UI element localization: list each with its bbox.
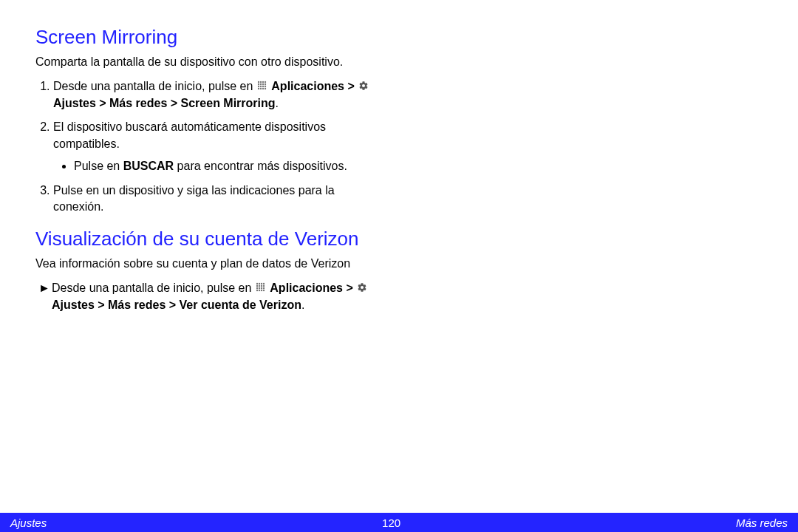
section1-steps: Desde una pantalla de inicio, pulse en A… <box>35 78 384 215</box>
footer-left: Ajustes <box>10 516 47 529</box>
content-column: Screen Mirroring Comparta la pantalla de… <box>0 0 414 351</box>
svg-point-21 <box>259 285 260 287</box>
step2-text: El dispositivo buscará automáticamente d… <box>53 120 326 149</box>
svg-point-27 <box>263 287 265 289</box>
svg-point-1 <box>260 81 262 82</box>
section1-intro: Comparta la pantalla de su dispositivo c… <box>35 54 384 70</box>
step2-bullet-pre: Pulse en <box>74 160 123 172</box>
step1-pre: Desde una pantalla de inicio, pulse en <box>53 80 256 92</box>
svg-point-10 <box>262 85 264 86</box>
step-3: Pulse en un dispositivo y siga las indic… <box>53 183 384 216</box>
section2-apps-label: Aplicaciones <box>270 282 343 294</box>
svg-point-24 <box>256 287 258 289</box>
step1-period: . <box>276 97 279 109</box>
section2-pre: Desde una pantalla de inicio, pulse en <box>52 282 255 294</box>
svg-point-12 <box>258 87 259 89</box>
footer-right: Más redes <box>736 516 788 529</box>
section2-intro: Vea información sobre su cuenta y plan d… <box>35 256 384 272</box>
svg-point-9 <box>260 85 262 86</box>
step2-bullet: Pulse en BUSCAR para encontrar más dispo… <box>74 158 384 174</box>
svg-point-25 <box>259 287 260 289</box>
svg-point-31 <box>263 290 265 291</box>
gear-icon <box>358 79 369 95</box>
page: Screen Mirroring Comparta la pantalla de… <box>0 0 798 532</box>
section-title-verizon: Visualización de su cuenta de Verizon <box>35 227 384 251</box>
svg-point-14 <box>262 87 264 89</box>
svg-point-28 <box>256 290 258 291</box>
svg-point-6 <box>262 83 264 84</box>
step2-sublist: Pulse en BUSCAR para encontrar más dispo… <box>53 158 384 174</box>
section-title-screen-mirroring: Screen Mirroring <box>35 25 384 50</box>
svg-point-26 <box>261 287 262 289</box>
svg-point-23 <box>263 285 265 287</box>
svg-point-3 <box>265 81 266 82</box>
section2-gt1: > <box>343 282 356 294</box>
svg-point-11 <box>265 85 266 86</box>
svg-point-5 <box>260 83 262 84</box>
apps-grid-icon <box>256 281 266 297</box>
step-2: El dispositivo buscará automáticamente d… <box>53 119 384 174</box>
footer-page-number: 120 <box>382 516 400 529</box>
svg-point-0 <box>258 81 259 82</box>
step1-apps-label: Aplicaciones <box>271 80 344 92</box>
section2-step-body: Desde una pantalla de inicio, pulse en A… <box>52 280 384 313</box>
footer-bar: Ajustes 120 Más redes <box>0 513 798 532</box>
svg-point-4 <box>258 83 259 84</box>
step1-path: Ajustes > Más redes > Screen Mirroring <box>53 97 276 109</box>
svg-point-18 <box>261 283 262 284</box>
svg-point-19 <box>263 283 265 284</box>
arrow-icon: ► <box>38 280 52 313</box>
step1-gt1: > <box>344 80 358 92</box>
svg-point-16 <box>256 283 258 284</box>
svg-point-20 <box>256 285 258 287</box>
svg-point-29 <box>259 290 260 291</box>
section2-period: . <box>301 299 304 311</box>
gear-icon <box>357 281 367 297</box>
step2-bullet-bold: BUSCAR <box>123 160 174 172</box>
svg-point-22 <box>261 285 262 287</box>
svg-point-15 <box>265 87 266 89</box>
svg-point-13 <box>260 87 262 89</box>
step-1: Desde una pantalla de inicio, pulse en A… <box>53 78 384 112</box>
section2-path: Ajustes > Más redes > Ver cuenta de Veri… <box>52 299 301 311</box>
svg-point-30 <box>261 290 262 291</box>
svg-point-2 <box>262 81 264 82</box>
step2-bullet-post: para encontrar más dispositivos. <box>174 160 347 172</box>
svg-point-7 <box>265 83 266 84</box>
apps-grid-icon <box>257 79 267 95</box>
svg-point-8 <box>258 85 259 86</box>
section2-step: ► Desde una pantalla de inicio, pulse en… <box>38 280 384 313</box>
svg-point-17 <box>259 283 260 284</box>
